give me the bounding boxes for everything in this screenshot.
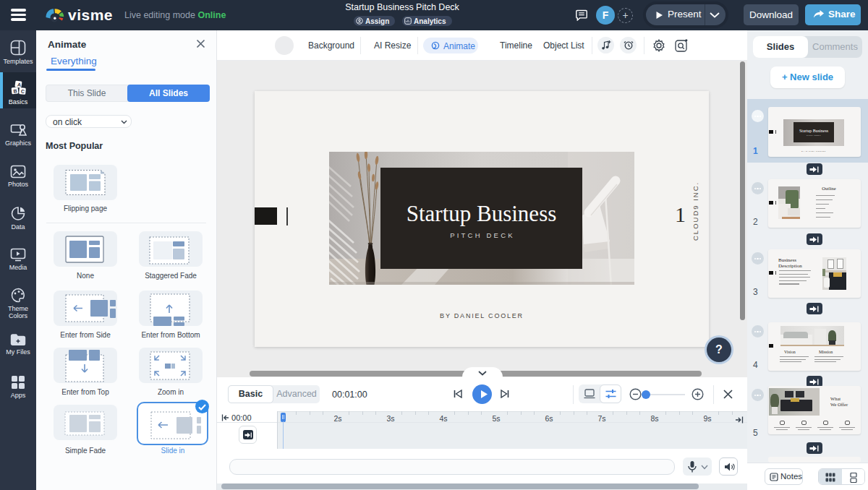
svg-text:B: B <box>13 88 17 93</box>
svg-text:C: C <box>20 89 25 94</box>
svg-text:A: A <box>17 82 21 87</box>
